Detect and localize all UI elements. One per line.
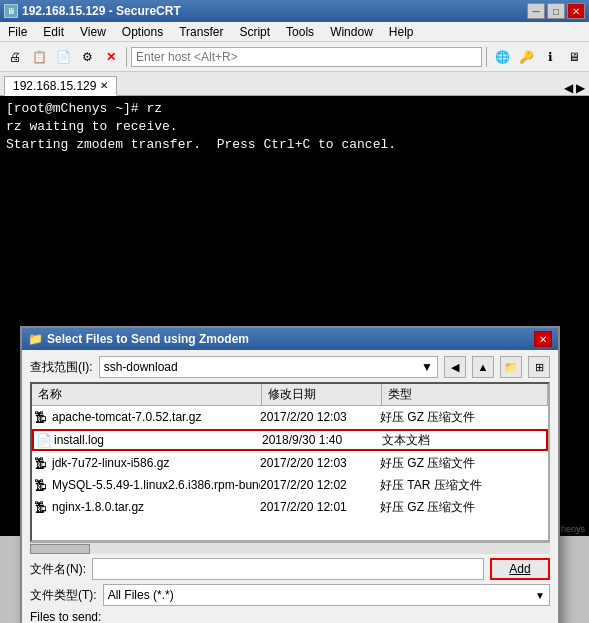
location-label: 查找范围(I): (30, 359, 93, 376)
tab-nav[interactable]: ◀ ▶ (564, 81, 585, 95)
add-button[interactable]: Add (490, 558, 550, 580)
file-icon: 🗜 (34, 500, 52, 515)
terminal-line-2: rz waiting to receive. (6, 118, 583, 136)
file-date: 2017/2/20 12:03 (260, 410, 380, 424)
file-list: 名称 修改日期 类型 🗜 apache-tomcat-7.0.52.tar.gz… (30, 382, 550, 542)
dialog-title: Select Files to Send using Zmodem (47, 332, 249, 346)
file-icon: 🗜 (34, 456, 52, 471)
menu-tools[interactable]: Tools (278, 22, 322, 42)
nav-views-button[interactable]: ⊞ (528, 356, 550, 378)
title-bar: 🖥 192.168.15.129 - SecureCRT ─ □ ✕ (0, 0, 589, 22)
window-title: 192.168.15.129 - SecureCRT (22, 4, 181, 18)
col-header-name[interactable]: 名称 (32, 384, 262, 405)
file-row[interactable]: 🗜 nginx-1.8.0.tar.gz 2017/2/20 12:01 好压 … (32, 496, 548, 518)
dialog-icon: 📁 (28, 332, 43, 346)
menu-script[interactable]: Script (231, 22, 278, 42)
menu-edit[interactable]: Edit (35, 22, 72, 42)
nav-new-folder-button[interactable]: 📁 (500, 356, 522, 378)
dialog-title-bar: 📁 Select Files to Send using Zmodem ✕ (22, 328, 558, 350)
terminal-line-1: [root@mChenys ~]# rz (6, 100, 583, 118)
file-date: 2018/9/30 1:40 (262, 433, 382, 447)
location-bar: 查找范围(I): ssh-download ▼ ◀ ▲ 📁 ⊞ (30, 356, 550, 378)
toolbar-separator-2 (486, 47, 487, 67)
file-rows-container: 🗜 apache-tomcat-7.0.52.tar.gz 2017/2/20 … (32, 406, 548, 518)
toolbar-icon-display[interactable]: 🖥 (563, 46, 585, 68)
dialog-content: 查找范围(I): ssh-download ▼ ◀ ▲ 📁 ⊞ 名称 修改日期 (22, 350, 558, 623)
scrollbar-thumb[interactable] (30, 544, 90, 554)
toolbar-btn-cancel[interactable]: ✕ (100, 46, 122, 68)
menu-options[interactable]: Options (114, 22, 171, 42)
file-date: 2017/2/20 12:01 (260, 500, 380, 514)
nav-back-button[interactable]: ◀ (444, 356, 466, 378)
file-name: apache-tomcat-7.0.52.tar.gz (52, 410, 260, 424)
tab-bar: 192.168.15.129 ✕ ◀ ▶ (0, 72, 589, 96)
toolbar-btn-2[interactable]: 📋 (28, 46, 50, 68)
file-date: 2017/2/20 12:03 (260, 456, 380, 470)
filename-input[interactable] (92, 558, 484, 580)
address-input[interactable] (131, 47, 482, 67)
nav-up-button[interactable]: ▲ (472, 356, 494, 378)
toolbar: 🖨 📋 📄 ⚙ ✕ 🌐 🔑 ℹ 🖥 (0, 42, 589, 72)
tab-label: 192.168.15.129 (13, 76, 96, 96)
zmodem-dialog: 📁 Select Files to Send using Zmodem ✕ 查找… (20, 326, 560, 623)
app-icon: 🖥 (4, 4, 18, 18)
file-type: 好压 GZ 压缩文件 (380, 409, 546, 426)
main-container: [root@mChenys ~]# rz rz waiting to recei… (0, 96, 589, 623)
file-type: 好压 GZ 压缩文件 (380, 499, 546, 516)
tab-session[interactable]: 192.168.15.129 ✕ (4, 76, 117, 96)
menu-bar: File Edit View Options Transfer Script T… (0, 22, 589, 42)
toolbar-btn-1[interactable]: 🖨 (4, 46, 26, 68)
horizontal-scrollbar[interactable] (30, 542, 550, 554)
filetype-combo[interactable]: All Files (*.*) ▼ (103, 584, 550, 606)
file-name: install.log (54, 433, 262, 447)
files-to-send-label: Files to send: (30, 610, 550, 623)
file-row[interactable]: 📄 install.log 2018/9/30 1:40 文本文档 (32, 429, 548, 451)
location-dropdown-arrow: ▼ (421, 360, 433, 374)
dialog-close-button[interactable]: ✕ (534, 331, 552, 347)
file-row[interactable]: 🗜 MySQL-5.5.49-1.linux2.6.i386.rpm-bundl… (32, 474, 548, 496)
close-button[interactable]: ✕ (567, 3, 585, 19)
tab-close-icon[interactable]: ✕ (100, 76, 108, 96)
terminal-background: 📁 Select Files to Send using Zmodem ✕ 查找… (0, 196, 589, 536)
filetype-row: 文件类型(T): All Files (*.*) ▼ (30, 584, 550, 606)
file-name: jdk-7u72-linux-i586.gz (52, 456, 260, 470)
menu-help[interactable]: Help (381, 22, 422, 42)
file-date: 2017/2/20 12:02 (260, 478, 380, 492)
filetype-value: All Files (*.*) (108, 588, 174, 602)
toolbar-separator (126, 47, 127, 67)
file-row[interactable]: 🗜 jdk-7u72-linux-i586.gz 2017/2/20 12:03… (32, 452, 548, 474)
location-value: ssh-download (104, 360, 178, 374)
col-header-date[interactable]: 修改日期 (262, 384, 382, 405)
filename-row: 文件名(N): Add (30, 558, 550, 580)
toolbar-icon-info[interactable]: ℹ (539, 46, 561, 68)
filetype-dropdown-arrow: ▼ (535, 590, 545, 601)
minimize-button[interactable]: ─ (527, 3, 545, 19)
toolbar-icon-key[interactable]: 🔑 (515, 46, 537, 68)
file-icon: 🗜 (34, 410, 52, 425)
terminal[interactable]: [root@mChenys ~]# rz rz waiting to recei… (0, 96, 589, 196)
menu-file[interactable]: File (0, 22, 35, 42)
maximize-button[interactable]: □ (547, 3, 565, 19)
filetype-label: 文件类型(T): (30, 587, 97, 604)
toolbar-btn-4[interactable]: ⚙ (76, 46, 98, 68)
file-name: MySQL-5.5.49-1.linux2.6.i386.rpm-bundle.… (52, 478, 260, 492)
toolbar-btn-3[interactable]: 📄 (52, 46, 74, 68)
location-combo[interactable]: ssh-download ▼ (99, 356, 438, 378)
file-icon: 🗜 (34, 478, 52, 493)
col-header-type[interactable]: 类型 (382, 384, 548, 405)
filename-label: 文件名(N): (30, 561, 86, 578)
menu-window[interactable]: Window (322, 22, 381, 42)
menu-view[interactable]: View (72, 22, 114, 42)
toolbar-icon-globe[interactable]: 🌐 (491, 46, 513, 68)
terminal-line-3: Starting zmodem transfer. Press Ctrl+C t… (6, 136, 583, 154)
file-icon: 📄 (36, 433, 54, 448)
window-controls: ─ □ ✕ (527, 3, 585, 19)
menu-transfer[interactable]: Transfer (171, 22, 231, 42)
file-type: 文本文档 (382, 432, 544, 449)
file-row[interactable]: 🗜 apache-tomcat-7.0.52.tar.gz 2017/2/20 … (32, 406, 548, 428)
file-type: 好压 GZ 压缩文件 (380, 455, 546, 472)
file-list-header: 名称 修改日期 类型 (32, 384, 548, 406)
file-type: 好压 TAR 压缩文件 (380, 477, 546, 494)
file-name: nginx-1.8.0.tar.gz (52, 500, 260, 514)
